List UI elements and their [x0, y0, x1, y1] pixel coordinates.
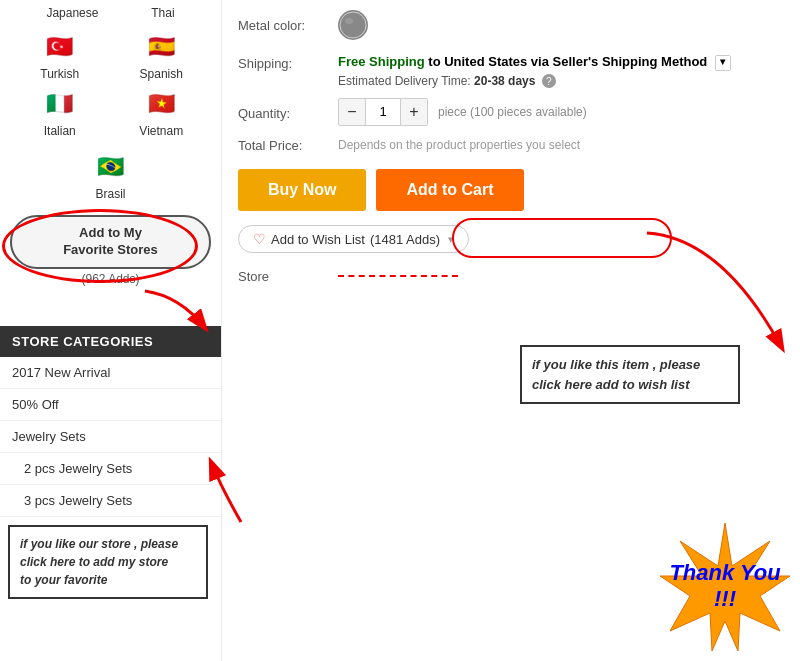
lang-item-vietnam[interactable]: 🇻🇳 Vietnam [114, 87, 210, 138]
category-list: 2017 New Arrival 50% Off Jewelry Sets 2 … [0, 357, 221, 517]
main-content: Metal color: Shipping: Free Shipping to … [222, 0, 800, 661]
help-icon[interactable]: ? [542, 74, 556, 88]
lang-item-spanish[interactable]: 🇪🇸 Spanish [114, 30, 210, 81]
lang-label-italian: Italian [44, 124, 76, 138]
total-price-value: Depends on the product properties you se… [338, 138, 580, 152]
favorite-adds-count: (962 Adds) [10, 272, 211, 286]
lang-item-turkish[interactable]: 🇹🇷 Turkish [12, 30, 108, 81]
wishlist-row: ♡ Add to Wish List (1481 Adds) ▾ [238, 225, 784, 253]
add-to-wishlist-button[interactable]: ♡ Add to Wish List (1481 Adds) ▾ [238, 225, 469, 253]
store-dashed-line [338, 275, 458, 277]
wishlist-label: Add to Wish List [271, 232, 365, 247]
thank-you-starburst: Thank You !!! [660, 521, 790, 651]
flag-spanish: 🇪🇸 [138, 30, 184, 64]
add-to-cart-button[interactable]: Add to Cart [376, 169, 523, 211]
svg-point-1 [345, 18, 353, 24]
lang-item-brasil[interactable]: 🇧🇷 Brasil [0, 146, 221, 209]
category-50-off[interactable]: 50% Off [0, 389, 221, 421]
quantity-value: 1 [365, 99, 401, 125]
shipping-text: Free Shipping to United States via Selle… [338, 54, 784, 71]
piece-info: piece (100 pieces available) [438, 105, 587, 119]
category-jewelry-sets[interactable]: Jewelry Sets [0, 421, 221, 453]
flag-brasil: 🇧🇷 [88, 150, 134, 184]
shipping-dropdown-icon[interactable]: ▾ [715, 55, 731, 71]
store-row: Store [238, 267, 784, 284]
lang-label-japanese: Japanese [46, 6, 98, 20]
quantity-row: Quantity: − 1 + piece (100 pieces availa… [238, 98, 784, 126]
delivery-time: Estimated Delivery Time: 20-38 days ? [338, 74, 784, 89]
buy-now-button[interactable]: Buy Now [238, 169, 366, 211]
shipping-row: Shipping: Free Shipping to United States… [238, 54, 784, 88]
wishlist-hint-box: if you like this item , please click her… [520, 345, 740, 404]
add-to-favorite-button[interactable]: Add to MyFavorite Stores [10, 215, 211, 269]
store-hint-box: if you like our store , please click her… [8, 525, 208, 599]
lang-label-thai: Thai [151, 6, 174, 20]
flag-italian: 🇮🇹 [37, 87, 83, 121]
language-grid: 🇹🇷 Turkish 🇪🇸 Spanish 🇮🇹 Italian 🇻🇳 Viet… [0, 22, 221, 146]
wishlist-dropdown-icon[interactable]: ▾ [448, 233, 454, 246]
flag-turkish: 🇹🇷 [37, 30, 83, 64]
metal-color-row: Metal color: [238, 10, 784, 40]
thank-you-text: Thank You !!! [669, 560, 780, 613]
metal-color-swatch[interactable] [338, 10, 368, 40]
store-label: Store [238, 267, 328, 284]
svg-point-0 [340, 12, 366, 38]
shipping-destination: to United States via Seller's Shipping M… [428, 54, 707, 69]
shipping-label: Shipping: [238, 54, 328, 88]
category-3pcs-jewelry[interactable]: 3 pcs Jewelry Sets [0, 485, 221, 517]
total-price-label: Total Price: [238, 136, 328, 153]
lang-label-spanish: Spanish [140, 67, 183, 81]
category-new-arrival[interactable]: 2017 New Arrival [0, 357, 221, 389]
quantity-label: Quantity: [238, 104, 328, 121]
sidebar: Japanese Thai 🇹🇷 Turkish 🇪🇸 Spanish 🇮🇹 I… [0, 0, 222, 661]
lang-label-turkish: Turkish [40, 67, 79, 81]
metal-color-label: Metal color: [238, 18, 328, 33]
action-buttons: Buy Now Add to Cart [238, 169, 784, 211]
quantity-decrease-button[interactable]: − [339, 99, 365, 125]
shipping-info: Free Shipping to United States via Selle… [338, 54, 784, 88]
flag-vietnam: 🇻🇳 [138, 87, 184, 121]
category-2pcs-jewelry[interactable]: 2 pcs Jewelry Sets [0, 453, 221, 485]
wishlist-adds: (1481 Adds) [370, 232, 440, 247]
heart-icon: ♡ [253, 231, 266, 247]
lang-label-vietnam: Vietnam [139, 124, 183, 138]
quantity-increase-button[interactable]: + [401, 99, 427, 125]
lang-item-italian[interactable]: 🇮🇹 Italian [12, 87, 108, 138]
quantity-control: − 1 + [338, 98, 428, 126]
total-price-row: Total Price: Depends on the product prop… [238, 136, 784, 153]
lang-label-brasil: Brasil [95, 187, 125, 201]
